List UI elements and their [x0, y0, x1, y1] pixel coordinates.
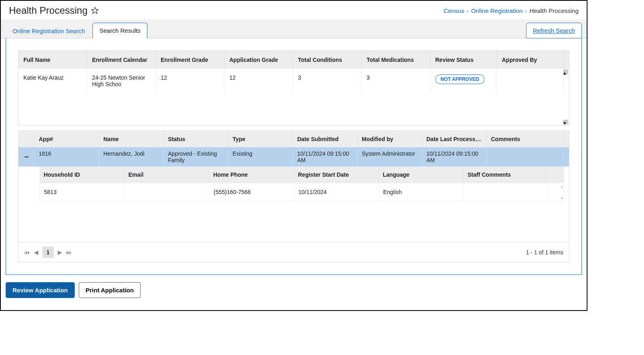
status-badge[interactable]: NOT APPROVED — [435, 74, 485, 84]
page-title: Health Processing — [9, 5, 88, 16]
chevron-right-icon: › — [525, 7, 527, 14]
breadcrumb-census[interactable]: Census — [444, 7, 464, 14]
col-review-status[interactable]: Review Status — [430, 51, 497, 69]
col-modified-by[interactable]: Modified by — [358, 131, 422, 147]
svg-marker-0 — [91, 7, 98, 14]
cell-home-phone: (555)160-7568 — [210, 183, 294, 201]
col-application-grade[interactable]: Application Grade — [224, 51, 293, 69]
cell-name: Hernandez, Jodi — [99, 147, 164, 167]
col-app-number[interactable]: App# — [35, 131, 99, 147]
pager-first-icon[interactable]: ⏮ — [24, 249, 30, 256]
pager-current-page: 1 — [42, 247, 54, 258]
cell-total-conditions: 3 — [293, 69, 362, 93]
refresh-search-tab[interactable]: Refresh Search — [526, 23, 582, 38]
cell-enrollment-grade: 12 — [156, 69, 224, 93]
scroll-up-icon[interactable]: ▴ — [561, 184, 563, 188]
cell-language: English — [379, 183, 464, 201]
cell-date-submitted: 10/11/2024 09:15:00 AM — [293, 147, 358, 167]
application-grid-header: App# Name Status Type Date Submitted Mod… — [19, 131, 569, 147]
cell-email — [125, 183, 210, 201]
col-register-start-date[interactable]: Register Start Date — [294, 167, 379, 183]
application-grid: App# Name Status Type Date Submitted Mod… — [18, 131, 569, 243]
cell-type: Existing — [229, 147, 293, 167]
col-home-phone[interactable]: Home Phone — [209, 167, 294, 183]
col-household-id[interactable]: Household ID — [40, 167, 124, 183]
cell-register-start-date: 10/11/2024 — [294, 183, 379, 201]
col-full-name[interactable]: Full Name — [19, 51, 87, 69]
scroll-down-icon[interactable]: ▾ — [561, 196, 563, 200]
breadcrumb-olr[interactable]: Online Registration — [471, 7, 523, 14]
col-language[interactable]: Language — [379, 167, 464, 183]
col-status[interactable]: Status — [164, 131, 229, 147]
col-approved-by[interactable]: Approved By — [497, 51, 564, 69]
cell-modified-by: System Administrator — [358, 147, 422, 167]
col-enrollment-calendar[interactable]: Enrollment Calendar — [87, 51, 156, 69]
print-application-button[interactable]: Print Application — [79, 282, 141, 298]
breadcrumb-current: Health Processing — [529, 7, 579, 14]
table-row[interactable]: − 1816 Hernandez, Jodi Approved - Existi… — [19, 147, 569, 167]
chevron-right-icon: › — [467, 7, 469, 14]
pager-info: 1 - 1 of 1 items — [526, 249, 563, 256]
cell-staff-comments — [464, 183, 547, 201]
cell-total-medications: 3 — [362, 69, 430, 93]
col-total-medications[interactable]: Total Medications — [362, 51, 430, 69]
household-sub-header: Household ID Email Home Phone Register S… — [40, 167, 564, 183]
cell-review-status: NOT APPROVED — [430, 69, 497, 93]
tab-online-registration-search[interactable]: Online Registration Search — [6, 23, 92, 38]
cell-application-grade: 12 — [224, 69, 293, 93]
pager-last-icon[interactable]: ⏭ — [66, 249, 72, 256]
col-enrollment-grade[interactable]: Enrollment Grade — [156, 51, 224, 69]
cell-status: Approved - Existing Family — [164, 147, 229, 167]
tab-search-results[interactable]: Search Results — [92, 23, 147, 38]
review-application-button[interactable]: Review Application — [6, 282, 75, 298]
breadcrumb: Census › Online Registration › Health Pr… — [444, 7, 579, 14]
col-expand — [19, 131, 35, 147]
table-row[interactable]: Katie Kay Arauz 24-25 Newton Senior High… — [19, 69, 569, 93]
student-grid-header: Full Name Enrollment Calendar Enrollment… — [19, 51, 569, 69]
cell-full-name: Katie Kay Arauz — [19, 69, 87, 93]
cell-app-number: 1816 — [35, 147, 99, 167]
cell-household-id: 5813 — [40, 183, 125, 201]
col-date-submitted[interactable]: Date Submitted — [293, 131, 358, 147]
pager: ⏮ ◀ 1 ▶ ⏭ 1 - 1 of 1 items — [18, 243, 569, 262]
col-name[interactable]: Name — [99, 131, 164, 147]
favorite-star-icon[interactable] — [91, 6, 99, 15]
pager-next-icon[interactable]: ▶ — [58, 249, 62, 256]
cell-approved-by — [497, 69, 564, 93]
col-type[interactable]: Type — [229, 131, 293, 147]
scroll-up-icon[interactable]: ▴ — [563, 70, 568, 74]
col-date-last-processed[interactable]: Date Last Process… — [422, 131, 487, 147]
collapse-icon[interactable]: − — [19, 147, 35, 167]
col-total-conditions[interactable]: Total Conditions — [293, 51, 362, 69]
student-grid: Full Name Enrollment Calendar Enrollment… — [18, 51, 569, 126]
table-row[interactable]: 5813 (555)160-7568 10/11/2024 English — [40, 183, 564, 201]
pager-prev-icon[interactable]: ◀ — [34, 249, 38, 256]
col-staff-comments[interactable]: Staff Comments — [464, 167, 546, 183]
cell-date-last-processed: 10/11/2024 09:15:00 AM — [422, 147, 487, 167]
col-email[interactable]: Email — [124, 167, 209, 183]
col-comments[interactable]: Comments — [487, 131, 564, 147]
scroll-down-icon[interactable]: ▾ — [563, 120, 568, 125]
cell-enrollment-calendar: 24-25 Newton Senior High Schoo — [87, 69, 156, 93]
refresh-search-link[interactable]: Refresh Search — [533, 27, 575, 34]
cell-comments — [487, 147, 564, 167]
